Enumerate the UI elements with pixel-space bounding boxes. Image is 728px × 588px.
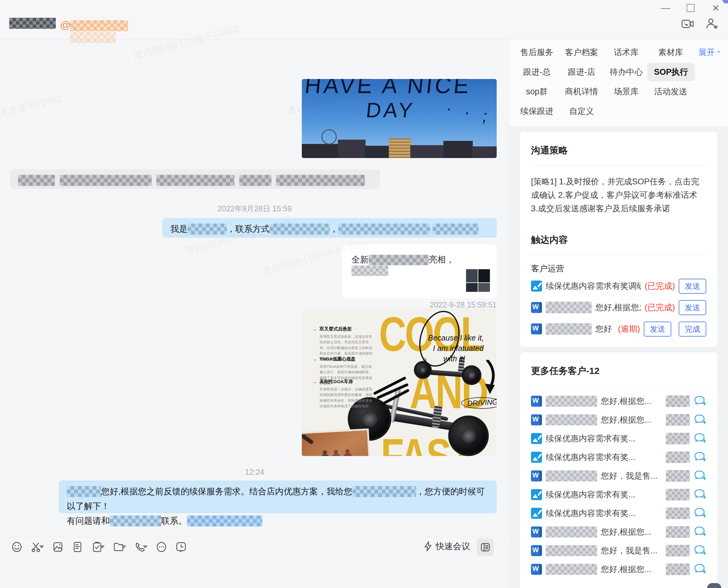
timestamp: 12:24 <box>0 468 509 477</box>
reach-task-row: 您好,根据您之... (已完成) 发送 <box>531 297 706 318</box>
open-chat-icon[interactable] <box>693 395 706 407</box>
building-silhouette <box>472 146 497 158</box>
side-panel-toggle-button[interactable] <box>477 539 494 556</box>
ferris-wheel <box>321 129 337 145</box>
image-doc-icon <box>531 280 542 292</box>
status-badge: (逾期) <box>618 323 640 334</box>
tab-activity-send[interactable]: 活动发送 <box>654 86 687 97</box>
window-controls: — ✕ <box>659 2 722 14</box>
word-doc-icon <box>531 470 542 481</box>
person-figure <box>344 453 352 456</box>
open-chat-icon[interactable] <box>693 451 706 464</box>
person-figure <box>321 455 330 456</box>
message-input[interactable] <box>0 558 509 588</box>
open-chat-icon[interactable] <box>693 414 706 426</box>
customer-name-blurred <box>666 526 690 538</box>
arrow-icon: → <box>312 327 317 332</box>
task-list-item: 您好,根据您... <box>531 523 706 541</box>
image-message-car-poster[interactable]: COOL AND FAST. → 双叉臂式后悬架 采用双叉臂式后悬架，实现左右车… <box>302 308 497 456</box>
tab-after-sales[interactable]: 售后服务 <box>520 47 553 58</box>
quick-meeting-button[interactable]: 快速会议 <box>423 541 470 552</box>
open-chat-icon[interactable] <box>693 432 706 445</box>
tab-renewal-follow[interactable]: 续保跟进 <box>520 106 553 117</box>
chat-area: HAVE A NICE DAY · · ; 2022年9月28日 15:59 我… <box>0 40 509 588</box>
system-message-blurred <box>10 169 380 189</box>
send-task-button[interactable]: 发送 <box>679 300 706 315</box>
customer-name-blurred <box>666 395 690 407</box>
status-badge: (已完成) <box>645 302 675 313</box>
image-doc-icon <box>531 433 542 444</box>
more-icon[interactable] <box>156 541 167 553</box>
tab-sop-execution-active[interactable]: SOP执行 <box>647 63 694 81</box>
maximize-button[interactable] <box>685 2 697 14</box>
tab-customer-file[interactable]: 客户档案 <box>565 47 598 58</box>
collapse-toggle[interactable]: 展开 ^ <box>699 47 720 58</box>
todo-dropdown-caret[interactable] <box>100 545 105 548</box>
screenshot-dropdown-caret[interactable] <box>39 545 44 548</box>
reach-content-card: 触达内容 客户运营 续保优惠内容需求有奖调研 (已完成) 发送 您好,根据您之.… <box>520 222 717 347</box>
poster-feature-title: TNGA低重心底盘 <box>320 356 375 362</box>
reach-card-title: 触达内容 <box>531 222 706 255</box>
send-task-button[interactable]: 发送 <box>644 321 671 337</box>
image-icon[interactable] <box>52 541 64 553</box>
arrow-icon: → <box>312 356 317 362</box>
tab-sop-group[interactable]: sop群 <box>526 86 548 97</box>
minimize-button[interactable]: — <box>659 2 672 14</box>
sop-side-panel: 售后服务 客户档案 话术库 素材库 展开 ^ 跟进-总 跟进-店 待办中心 SO… <box>510 40 728 588</box>
title-bar: @ — ✕ <box>0 0 728 40</box>
strategy-card-body: [策略1] 1.及时报价，并完成SOP任务，点击完成确认 2.客户促成，客户异议… <box>531 166 706 226</box>
tab-follow-total[interactable]: 跟进-总 <box>523 66 551 78</box>
person-figure <box>332 454 341 456</box>
open-chat-icon[interactable] <box>693 488 706 501</box>
word-doc-icon <box>531 302 542 313</box>
customer-name-blurred <box>666 489 690 500</box>
tab-custom[interactable]: 自定义 <box>569 106 594 117</box>
open-chat-icon[interactable] <box>693 526 706 539</box>
poster-feature-title: 高刚性GOA车身 <box>320 379 375 385</box>
tab-opportunity[interactable]: 商机详情 <box>565 86 598 97</box>
tab-material-lib[interactable]: 素材库 <box>659 47 683 58</box>
skateboard <box>302 434 314 445</box>
emoji-icon[interactable] <box>11 541 23 553</box>
tab-todo-center[interactable]: 待办中心 <box>610 66 643 78</box>
strategy-card-title: 沟通策略 <box>531 132 706 165</box>
status-badge: (已完成) <box>645 280 675 292</box>
complete-task-button[interactable]: 完成 <box>679 321 706 337</box>
scroll-fab-peek[interactable] <box>707 583 721 588</box>
building-sunlit <box>389 139 411 158</box>
word-doc-icon <box>531 545 542 556</box>
close-button[interactable]: ✕ <box>710 2 722 14</box>
tab-follow-store[interactable]: 跟进-店 <box>568 66 595 78</box>
task-list-item: 您好,根据您... <box>531 411 706 429</box>
tab-scene-lib[interactable]: 场景库 <box>614 86 639 97</box>
building-silhouette <box>365 146 389 158</box>
open-chat-icon[interactable] <box>693 563 706 576</box>
image-message-have-a-nice-day[interactable]: HAVE A NICE DAY · · ; <box>302 79 497 158</box>
file-icon[interactable] <box>72 541 83 553</box>
open-chat-icon[interactable] <box>693 507 706 520</box>
open-chat-icon[interactable] <box>693 469 706 482</box>
call-dropdown-caret[interactable] <box>143 545 148 548</box>
reach-task-row: 您好，... (逾期) 发送 完成 <box>531 318 706 340</box>
contact-name-blurred <box>9 18 56 29</box>
company-subtext-blurred <box>70 32 116 43</box>
person-add-icon[interactable] <box>705 17 718 30</box>
folder-dropdown-caret[interactable] <box>121 545 126 548</box>
more-tasks-card: 更多任务客户-12 您好,根据您... 您好,根据您... <box>520 353 717 588</box>
video-call-icon[interactable] <box>681 17 694 30</box>
chat-history-icon[interactable] <box>175 541 187 553</box>
send-task-button[interactable]: 发送 <box>679 279 706 294</box>
poster-handwriting: I am infatuated <box>433 344 484 353</box>
sent-message-intro: 我是，联系方式， <box>162 218 497 238</box>
company-name-blurred <box>70 20 128 31</box>
customer-name-blurred <box>666 507 690 519</box>
reach-task-row: 续保优惠内容需求有奖调研 (已完成) 发送 <box>531 275 706 297</box>
tire <box>448 416 489 456</box>
customer-name-blurred <box>666 470 690 482</box>
task-list-item: 您好,根据您... <box>531 392 706 411</box>
toolbar-divider <box>0 537 509 537</box>
panel-layout-icon <box>480 542 490 552</box>
tab-script-lib[interactable]: 话术库 <box>614 47 639 58</box>
link-card-message[interactable]: 全新亮相， <box>342 245 497 299</box>
open-chat-icon[interactable] <box>693 544 706 557</box>
